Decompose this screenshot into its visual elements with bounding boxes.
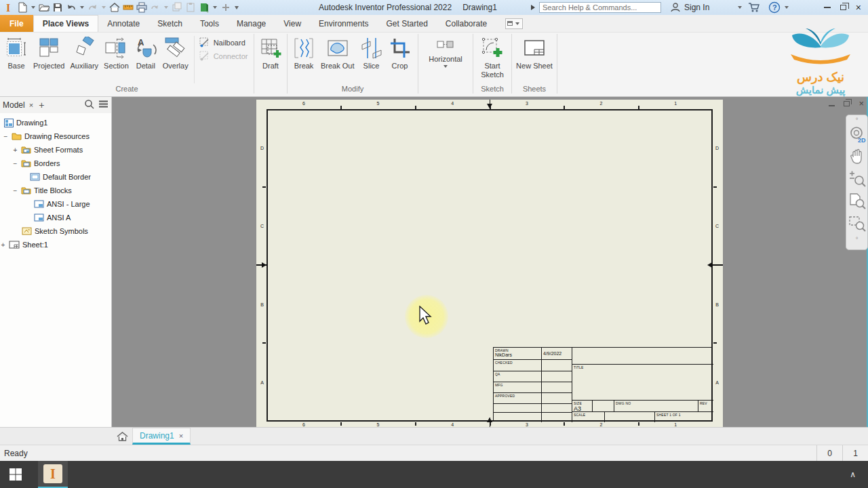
tab-get-started[interactable]: Get Started [377, 15, 436, 32]
browser-search-icon[interactable] [84, 99, 94, 111]
save-button[interactable] [52, 1, 64, 14]
tb-title-label: TITLE [574, 365, 712, 369]
open-button[interactable] [38, 1, 50, 14]
border-sheet-icon [30, 173, 40, 181]
tab-file[interactable]: File [0, 15, 33, 32]
tab-view[interactable]: View [275, 15, 310, 32]
new-file-button[interactable] [16, 1, 28, 14]
auxiliary-view-button[interactable]: Auxiliary [68, 35, 100, 72]
break-button[interactable]: Break [290, 35, 317, 72]
panel-label-sheets[interactable]: Sheets [512, 85, 557, 96]
search-input[interactable] [540, 3, 660, 12]
tb-approved-label: APPROVED [495, 394, 540, 398]
close-button[interactable]: × [856, 3, 861, 12]
browser-add-tab-icon[interactable]: + [39, 100, 44, 110]
navigation-wheel-icon[interactable]: 2D [848, 124, 867, 144]
collapse-expander-icon[interactable]: − [3, 134, 9, 140]
crop-button[interactable]: Crop [387, 35, 414, 72]
tab-manage[interactable]: Manage [228, 15, 275, 32]
account-caret-icon[interactable] [738, 6, 742, 9]
panel-label-draft [254, 85, 287, 96]
start-sketch-button[interactable]: Start Sketch [475, 35, 509, 81]
sign-in-control[interactable]: Sign In [670, 0, 709, 15]
store-cart-icon[interactable] [748, 1, 760, 15]
print-button[interactable] [136, 1, 148, 14]
help-search-box[interactable] [539, 2, 661, 13]
draft-button[interactable]: Draft [257, 35, 284, 72]
tab-place-views[interactable]: Place Views [33, 15, 99, 32]
section-view-button[interactable]: Section [102, 35, 131, 72]
home-button[interactable] [108, 1, 121, 14]
help-caret-icon[interactable] [785, 6, 789, 9]
expand-expander-icon[interactable]: + [12, 147, 18, 153]
tree-item-sketch-symbols[interactable]: Sketch Symbols [0, 224, 111, 238]
slice-icon [360, 36, 383, 60]
tree-item-sheet1[interactable]: + Sheet:1 [0, 238, 111, 251]
tree-item-title-blocks[interactable]: − Title Blocks [0, 184, 111, 197]
tree-item-ansi-a[interactable]: ANSI A [0, 211, 111, 224]
doc-close-button[interactable]: × [859, 100, 864, 108]
document-tab-drawing1[interactable]: Drawing1 × [132, 428, 191, 445]
qat-add-button[interactable] [220, 1, 232, 14]
panel-draft: Draft [254, 33, 287, 96]
tab-collaborate[interactable]: Collaborate [437, 15, 496, 32]
nailboard-button[interactable]: Nailboard [199, 37, 248, 48]
doc-restore-button[interactable] [844, 101, 850, 106]
tab-environments[interactable]: Environments [310, 15, 377, 32]
zoom-icon[interactable] [848, 169, 867, 189]
undo-button[interactable] [65, 1, 77, 14]
navbar-more-icon[interactable]: ⚬ [854, 236, 859, 241]
panel-label-sketch[interactable]: Sketch [473, 85, 511, 96]
break-out-button[interactable]: Break Out [319, 35, 357, 72]
doc-minimize-button[interactable] [829, 105, 835, 106]
browser-tab-close-icon[interactable]: × [29, 101, 33, 109]
new-sheet-button[interactable]: New Sheet [514, 35, 555, 72]
undo-caret-icon[interactable] [80, 6, 84, 9]
tree-item-sheet-formats[interactable]: + Sheet Formats [0, 143, 111, 157]
tree-item-ansi-large[interactable]: ANSI - Large [0, 197, 111, 211]
collapse-expander-icon[interactable]: − [12, 161, 18, 167]
collapse-expander-icon[interactable]: − [12, 188, 18, 194]
tree-item-borders[interactable]: − Borders [0, 157, 111, 170]
panel-label-modify[interactable]: Modify [288, 85, 418, 96]
folder-icon [12, 132, 22, 140]
slice-button[interactable]: Slice [358, 35, 385, 72]
overlay-view-button[interactable]: Overlay [161, 35, 191, 72]
inventor-logo-icon: I [3, 1, 15, 14]
connector-icon [199, 51, 210, 62]
measure-button[interactable] [122, 1, 134, 14]
tab-tools[interactable]: Tools [191, 15, 228, 32]
flyout-arrow-icon[interactable] [531, 5, 535, 10]
windows-start-button[interactable] [0, 461, 31, 488]
detail-view-button[interactable]: A Detail [132, 35, 159, 72]
expand-expander-icon[interactable]: + [0, 242, 6, 248]
tab-close-icon[interactable]: × [179, 432, 183, 440]
taskbar-inventor-button[interactable]: I [38, 461, 68, 488]
tab-sketch[interactable]: Sketch [149, 15, 191, 32]
navbar-options-icon[interactable]: ⚬ [854, 117, 859, 122]
minimize-button[interactable] [824, 7, 831, 8]
qat-customize-caret-icon[interactable] [235, 6, 239, 9]
new-file-caret-icon[interactable] [31, 6, 35, 9]
browser-menu-icon[interactable] [98, 100, 108, 110]
pan-hand-icon[interactable] [848, 146, 867, 167]
help-icon[interactable]: ? [768, 1, 781, 16]
ribbon-collapse-button[interactable] [505, 18, 523, 29]
drawing-canvas[interactable]: × 654321 654321 DCBA DCBA [112, 97, 868, 427]
tree-item-drawing-resources[interactable]: − Drawing Resources [0, 129, 111, 143]
tree-item-drawing1[interactable]: Drawing1 [0, 116, 111, 129]
horizontal-button[interactable]: Horizontal [427, 35, 465, 69]
zoom-window-icon[interactable] [848, 214, 867, 234]
tab-annotate[interactable]: Annotate [98, 15, 149, 32]
browser-tab-model[interactable]: Model [3, 100, 25, 110]
panel-label-create[interactable]: Create [0, 85, 254, 96]
base-view-button[interactable]: Base [3, 35, 30, 72]
material-button[interactable] [198, 1, 210, 14]
material-caret-icon[interactable] [213, 6, 217, 9]
taskbar-tray-chevron-icon[interactable]: ∧ [850, 470, 868, 479]
projected-view-button[interactable]: Projected [31, 35, 66, 72]
restore-button[interactable] [840, 5, 846, 10]
home-tab-icon[interactable] [112, 428, 132, 445]
zoom-all-icon[interactable] [848, 191, 867, 211]
tree-item-default-border[interactable]: Default Border [0, 170, 111, 184]
